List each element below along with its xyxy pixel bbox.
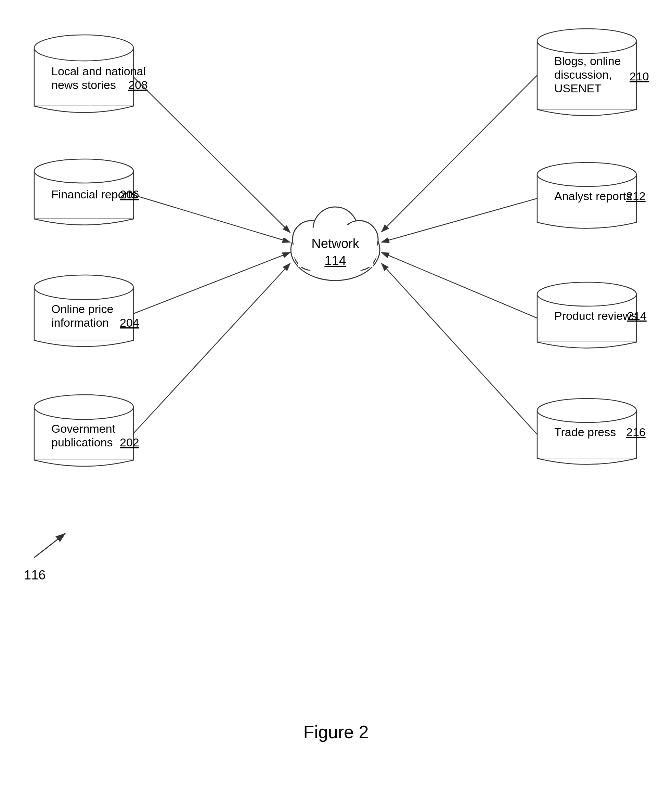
label-204-line2: information (51, 316, 109, 329)
node-214: Product reviews 214 (537, 282, 647, 348)
label-210-line1: Blogs, online (554, 54, 621, 67)
svg-line-26 (34, 533, 65, 557)
network-label: Network (311, 236, 359, 251)
arrow-208 (133, 77, 290, 233)
legend-arrow (24, 527, 79, 568)
id-214: 214 (627, 309, 647, 322)
node-202: Government publications 202 (34, 395, 139, 466)
arrow-206 (133, 195, 290, 242)
id-208: 208 (128, 78, 148, 91)
id-212: 212 (626, 190, 646, 203)
label-210-line3: USENET (554, 82, 602, 95)
svg-point-14 (34, 275, 133, 300)
svg-point-10 (34, 35, 133, 61)
network-id: 114 (324, 254, 346, 268)
legend-id: 116 (24, 568, 45, 583)
svg-point-18 (537, 29, 637, 53)
id-210: 210 (630, 70, 649, 83)
network-node: Network 114 (291, 207, 380, 281)
node-210: Blogs, online discussion, USENET 210 (537, 29, 649, 116)
label-212: Analyst reports (554, 190, 632, 203)
label-210-line2: discussion, (554, 68, 612, 81)
arrow-202 (133, 264, 290, 433)
diagram-container: Network 114 Local and national news stor… (14, 21, 657, 533)
arrow-214 (381, 252, 537, 318)
arrow-210 (381, 75, 537, 232)
svg-point-12 (34, 159, 133, 183)
svg-point-24 (537, 398, 637, 422)
node-212: Analyst reports 212 (537, 163, 646, 228)
svg-point-16 (34, 395, 133, 419)
arrow-216 (381, 264, 537, 434)
arrow-204 (133, 252, 290, 314)
id-206: 206 (120, 188, 139, 201)
arrow-212 (381, 198, 537, 242)
node-206: Financial reports 206 (34, 159, 139, 225)
label-208-line1: Local and national (51, 65, 146, 78)
label-202-line1: Government (51, 422, 116, 435)
figure-label: Figure 2 (0, 722, 672, 742)
svg-point-20 (537, 163, 637, 187)
id-216: 216 (626, 425, 646, 439)
svg-point-22 (537, 282, 637, 306)
node-208: Local and national news stories 208 (34, 35, 148, 113)
label-208-line2: news stories (51, 78, 116, 91)
node-204: Online price information 204 (34, 275, 139, 347)
id-202: 202 (120, 436, 139, 449)
label-204-line1: Online price (51, 302, 113, 315)
label-214: Product reviews (554, 309, 637, 322)
label-202-line2: publications (51, 436, 113, 449)
label-216: Trade press (554, 425, 616, 439)
id-204: 204 (120, 316, 139, 329)
node-216: Trade press 216 (537, 398, 646, 465)
